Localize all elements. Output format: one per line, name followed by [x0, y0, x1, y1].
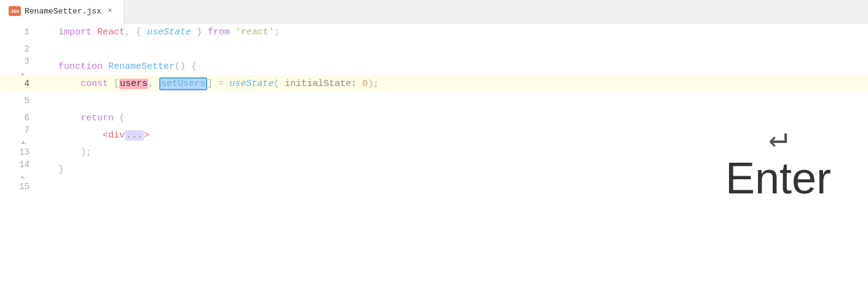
- tab-rename-setter[interactable]: JSX RenameSetter.jsx ×: [0, 0, 124, 23]
- token-param-val: 0: [362, 79, 368, 89]
- line-number-4: 4: [9, 75, 37, 92]
- token-react: React: [97, 27, 125, 37]
- token-setusers-highlighted: setUsers: [159, 77, 207, 90]
- code-line-2: [46, 41, 64, 58]
- gutter-5: 5: [0, 92, 46, 109]
- token-close-bracket: ]: [207, 79, 213, 89]
- token-param-label: initialState:: [279, 79, 362, 89]
- code-line-14: }: [46, 161, 64, 178]
- code-line-6: return (: [46, 109, 125, 126]
- token-closing-brace: }: [58, 165, 64, 175]
- line-number-5: 5: [9, 92, 37, 109]
- indent-6: [58, 113, 81, 123]
- token-usestate: useState: [147, 27, 191, 37]
- token-div: div: [108, 130, 125, 141]
- enter-hint: ↵ Enter: [725, 123, 831, 200]
- line-number-7: 7: [9, 122, 37, 139]
- code-line-3: function RenameSetter() {: [46, 58, 197, 75]
- token-gt-1: >: [144, 130, 149, 141]
- code-line-7: <div...>: [46, 126, 149, 144]
- token-users-highlighted: users: [119, 79, 148, 89]
- tab-bar: JSX RenameSetter.jsx ×: [0, 0, 868, 23]
- token-comma-space: ,: [148, 79, 159, 89]
- code-line-5: [46, 92, 64, 109]
- token-close-brace: }: [191, 27, 208, 37]
- line-number-14: 14: [9, 156, 37, 173]
- keyword-const: const: [81, 79, 114, 89]
- keyword-import: import: [58, 27, 97, 37]
- keyword-from: from: [208, 27, 235, 37]
- line-number-3: 3: [9, 53, 37, 70]
- token-closing-paren: );: [81, 147, 92, 158]
- tab-close-button[interactable]: ×: [105, 6, 115, 16]
- keyword-function: function: [58, 61, 108, 72]
- token-lt-1: <: [103, 130, 108, 141]
- code-line-15: [46, 178, 64, 195]
- token-funcname: RenameSetter: [108, 61, 175, 72]
- enter-arrow-icon: ↵: [768, 123, 787, 155]
- token-indent: [58, 79, 81, 89]
- line-5: 5: [0, 92, 868, 109]
- enter-label: Enter: [725, 156, 831, 200]
- token-return-paren: (: [114, 113, 125, 123]
- token-paren-open: (: [274, 79, 279, 89]
- token-dots: ...: [125, 130, 144, 141]
- line-3: 3 function RenameSetter() {: [0, 58, 868, 75]
- token-open-bracket: [: [114, 79, 119, 89]
- keyword-return: return: [81, 113, 114, 123]
- token-parens: () {: [175, 61, 197, 72]
- code-line-1: import React, { useState } from 'react';: [46, 23, 280, 41]
- token-comma: , {: [125, 27, 147, 37]
- code-line-13: );: [46, 144, 92, 161]
- line-1: 1 import React, { useState } from 'react…: [0, 23, 868, 41]
- token-equals: =: [213, 79, 229, 89]
- jsx-icon: JSX: [9, 6, 21, 16]
- line-number-15: 15: [9, 178, 37, 195]
- line-4: 4 const [users, setUsers] = useState( in…: [0, 75, 868, 92]
- token-react-string: 'react': [235, 27, 274, 37]
- code-line-4: const [users, setUsers] = useState( init…: [46, 75, 379, 92]
- token-semicolon-4: ;: [373, 79, 379, 89]
- gutter-4: 4: [0, 75, 46, 92]
- indent-13: [58, 147, 81, 158]
- token-paren-close: ): [368, 79, 373, 89]
- tab-filename: RenameSetter.jsx: [25, 7, 101, 16]
- editor-body: 1 import React, { useState } from 'react…: [0, 23, 868, 307]
- editor-container: JSX RenameSetter.jsx × 1 import React, {…: [0, 0, 868, 307]
- token-usestate2: useState: [229, 79, 274, 89]
- token-semicolon-1: ;: [274, 27, 280, 37]
- gutter-1: 1: [0, 23, 46, 41]
- line-number-1: 1: [9, 23, 37, 41]
- gutter-15: 15: [0, 178, 46, 195]
- indent-7: [58, 130, 103, 141]
- line-2: 2: [0, 41, 868, 58]
